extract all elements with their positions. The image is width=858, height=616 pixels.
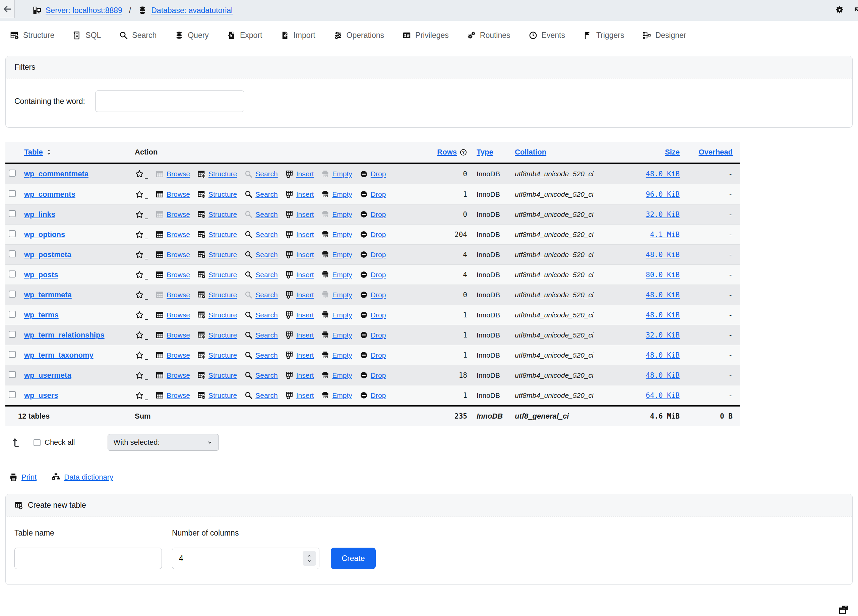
empty-link[interactable]: Empty [321,250,352,259]
sort-size-header[interactable]: Size [665,148,680,156]
table-name-link[interactable]: wp_term_taxonomy [24,351,93,359]
gear-icon[interactable] [835,5,845,15]
row-checkbox[interactable] [9,311,16,318]
size-link[interactable]: 48.0 KiB [646,351,680,359]
tab-operations[interactable]: Operations [334,31,384,40]
size-link[interactable]: 48.0 KiB [646,251,680,259]
table-name-link[interactable]: wp_terms [24,311,59,319]
create-button[interactable]: Create [331,548,376,569]
size-link[interactable]: 48.0 KiB [646,170,680,178]
browse-link[interactable]: Browse [155,230,190,239]
columns-count-input[interactable] [172,548,319,569]
row-checkbox[interactable] [9,170,16,177]
favorite-star-button[interactable] [135,290,148,300]
table-name-link[interactable]: wp_comments [24,190,75,198]
search-link[interactable]: Search [244,311,278,319]
sort-collation-header[interactable]: Collation [515,148,546,156]
table-name-link[interactable]: wp_links [24,210,55,219]
row-checkbox[interactable] [9,291,16,298]
insert-link[interactable]: Insert [285,250,314,259]
insert-link[interactable]: Insert [285,210,314,219]
tab-structure[interactable]: Structure [10,31,54,40]
structure-link[interactable]: Structure [197,291,237,299]
row-checkbox[interactable] [9,271,16,277]
drop-link[interactable]: Drop [360,271,386,279]
table-name-link[interactable]: wp_posts [24,271,58,279]
insert-link[interactable]: Insert [285,291,314,299]
favorite-star-button[interactable] [135,371,148,380]
empty-link[interactable]: Empty [321,331,352,339]
size-link[interactable]: 64.0 KiB [646,392,680,400]
empty-link[interactable]: Empty [321,311,352,319]
breadcrumb-server-link[interactable]: Server: localhost:8889 [45,6,122,15]
favorite-star-button[interactable] [135,391,148,400]
tab-sql[interactable]: SQL [72,31,101,40]
favorite-star-button[interactable] [135,210,148,219]
browse-link[interactable]: Browse [155,250,190,259]
size-link[interactable]: 48.0 KiB [646,291,680,299]
favorite-star-button[interactable] [135,270,148,280]
sort-overhead-header[interactable]: Overhead [699,148,733,156]
favorite-star-button[interactable] [135,230,148,239]
structure-link[interactable]: Structure [197,351,237,359]
search-link[interactable]: Search [244,391,278,400]
drop-link[interactable]: Drop [360,170,386,178]
browse-link[interactable]: Browse [155,351,190,359]
drop-link[interactable]: Drop [360,291,386,299]
drop-link[interactable]: Drop [360,351,386,359]
row-checkbox[interactable] [9,230,16,237]
row-checkbox[interactable] [9,331,16,338]
row-checkbox[interactable] [9,250,16,257]
stepper-down-icon[interactable] [307,559,312,563]
drop-link[interactable]: Drop [360,190,386,198]
row-checkbox[interactable] [9,371,16,378]
search-link[interactable]: Search [244,271,278,279]
structure-link[interactable]: Structure [197,391,237,400]
breadcrumb-database-link[interactable]: Database: avadatutorial [151,6,233,15]
help-icon[interactable] [460,148,467,156]
structure-link[interactable]: Structure [197,170,237,178]
print-link[interactable]: Print [9,473,37,482]
insert-link[interactable]: Insert [285,331,314,339]
insert-link[interactable]: Insert [285,271,314,279]
empty-link[interactable]: Empty [321,291,352,299]
check-all-checkbox[interactable] [34,439,40,446]
search-link[interactable]: Search [244,331,278,339]
row-checkbox[interactable] [9,210,16,217]
structure-link[interactable]: Structure [197,230,237,239]
structure-link[interactable]: Structure [197,271,237,279]
structure-link[interactable]: Structure [197,311,237,319]
insert-link[interactable]: Insert [285,351,314,359]
search-link[interactable]: Search [244,371,278,380]
tab-search[interactable]: Search [119,31,157,40]
search-link[interactable]: Search [244,230,278,239]
browse-link[interactable]: Browse [155,311,190,319]
favorite-star-button[interactable] [135,310,148,320]
structure-link[interactable]: Structure [197,210,237,219]
sort-rows-header[interactable]: Rows [437,148,457,157]
favorite-star-button[interactable] [135,330,148,340]
browse-link[interactable]: Browse [155,291,190,299]
drop-link[interactable]: Drop [360,210,386,219]
structure-link[interactable]: Structure [197,371,237,380]
browse-link[interactable]: Browse [155,371,190,380]
drop-link[interactable]: Drop [360,230,386,239]
structure-link[interactable]: Structure [197,250,237,259]
collapse-arrow-icon[interactable] [853,5,858,14]
table-name-link[interactable]: wp_termmeta [24,291,72,299]
size-link[interactable]: 96.0 KiB [646,190,680,198]
table-name-link[interactable]: wp_commentmeta [24,170,89,178]
search-link[interactable]: Search [244,190,278,198]
back-button[interactable] [0,0,15,18]
row-checkbox[interactable] [9,190,16,197]
drop-link[interactable]: Drop [360,331,386,339]
table-name-link[interactable]: wp_options [24,230,65,239]
empty-link[interactable]: Empty [321,271,352,279]
favorite-star-button[interactable] [135,250,148,260]
table-name-link[interactable]: wp_postmeta [24,250,72,259]
insert-link[interactable]: Insert [285,190,314,198]
size-link[interactable]: 80.0 KiB [646,271,680,279]
search-link[interactable]: Search [244,351,278,359]
sort-icon[interactable] [45,149,52,156]
favorite-star-button[interactable] [135,350,148,360]
